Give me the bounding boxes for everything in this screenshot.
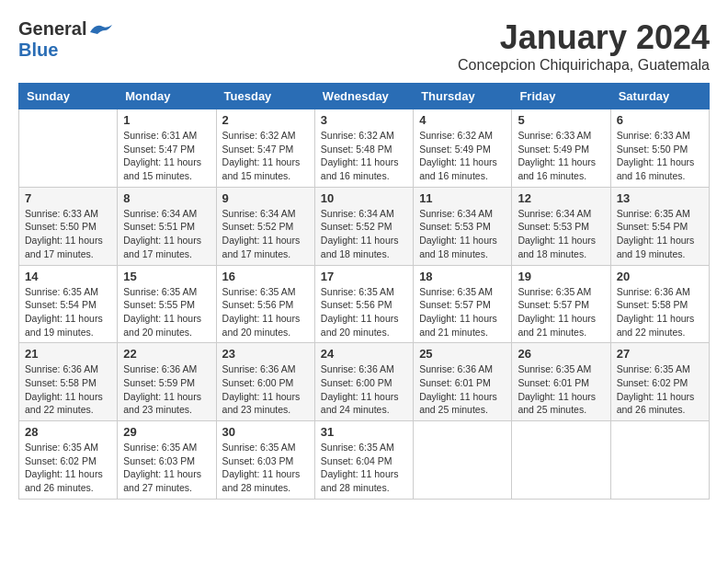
calendar-week-row: 14 Sunrise: 6:35 AM Sunset: 5:54 PM Dayl… (19, 265, 710, 343)
calendar-day-cell: 28 Sunrise: 6:35 AM Sunset: 6:02 PM Dayl… (19, 421, 118, 500)
calendar-day-cell: 7 Sunrise: 6:33 AM Sunset: 5:50 PM Dayli… (19, 187, 118, 265)
day-number: 19 (518, 270, 604, 283)
daylight-text: Daylight: 11 hours and 17 minutes. (123, 235, 201, 259)
day-number: 18 (419, 270, 506, 283)
calendar-day-cell (19, 109, 118, 188)
sunset-text: Sunset: 5:47 PM (222, 144, 294, 155)
calendar-day-cell: 19 Sunrise: 6:35 AM Sunset: 5:57 PM Dayl… (512, 265, 610, 343)
day-number: 14 (25, 270, 111, 283)
day-info: Sunrise: 6:35 AM Sunset: 6:01 PM Dayligh… (518, 362, 604, 417)
calendar-week-row: 21 Sunrise: 6:36 AM Sunset: 5:58 PM Dayl… (19, 343, 710, 421)
sunset-text: Sunset: 6:02 PM (25, 455, 97, 466)
day-info: Sunrise: 6:34 AM Sunset: 5:52 PM Dayligh… (321, 207, 407, 261)
calendar-day-cell: 1 Sunrise: 6:31 AM Sunset: 5:47 PM Dayli… (118, 109, 216, 188)
daylight-text: Daylight: 11 hours and 18 minutes. (419, 235, 497, 259)
daylight-text: Daylight: 11 hours and 20 minutes. (222, 313, 301, 338)
sunrise-text: Sunrise: 6:35 AM (25, 286, 98, 297)
calendar-day-cell (610, 421, 709, 500)
calendar-day-cell: 2 Sunrise: 6:32 AM Sunset: 5:47 PM Dayli… (216, 109, 314, 188)
daylight-text: Daylight: 11 hours and 16 minutes. (419, 156, 497, 181)
sunrise-text: Sunrise: 6:33 AM (617, 130, 690, 141)
sunrise-text: Sunrise: 6:36 AM (222, 363, 296, 374)
sunset-text: Sunset: 6:01 PM (518, 377, 589, 388)
day-number: 12 (518, 191, 604, 205)
sunset-text: Sunset: 5:57 PM (419, 299, 491, 310)
day-info: Sunrise: 6:36 AM Sunset: 5:58 PM Dayligh… (25, 362, 111, 417)
day-number: 6 (617, 113, 703, 127)
daylight-text: Daylight: 11 hours and 22 minutes. (617, 313, 695, 338)
calendar-day-cell: 5 Sunrise: 6:33 AM Sunset: 5:49 PM Dayli… (512, 109, 610, 188)
day-info: Sunrise: 6:35 AM Sunset: 5:55 PM Dayligh… (123, 285, 210, 339)
sunset-text: Sunset: 5:57 PM (518, 299, 589, 310)
sunset-text: Sunset: 5:50 PM (617, 144, 688, 155)
daylight-text: Daylight: 11 hours and 17 minutes. (222, 235, 301, 259)
day-info: Sunrise: 6:36 AM Sunset: 5:58 PM Dayligh… (617, 285, 703, 339)
day-info: Sunrise: 6:34 AM Sunset: 5:52 PM Dayligh… (222, 207, 309, 261)
day-info: Sunrise: 6:36 AM Sunset: 5:59 PM Dayligh… (123, 362, 210, 417)
calendar-day-header: Sunday (19, 84, 118, 109)
calendar-day-header: Monday (118, 84, 216, 109)
day-info: Sunrise: 6:35 AM Sunset: 5:54 PM Dayligh… (25, 285, 111, 339)
daylight-text: Daylight: 11 hours and 26 minutes. (617, 391, 695, 416)
calendar-day-cell: 27 Sunrise: 6:35 AM Sunset: 6:02 PM Dayl… (610, 343, 709, 421)
sunset-text: Sunset: 5:51 PM (123, 221, 195, 232)
sunrise-text: Sunrise: 6:31 AM (123, 130, 197, 141)
sunrise-text: Sunrise: 6:33 AM (25, 208, 98, 219)
day-info: Sunrise: 6:36 AM Sunset: 6:01 PM Dayligh… (419, 362, 506, 417)
calendar-day-cell: 16 Sunrise: 6:35 AM Sunset: 5:56 PM Dayl… (216, 265, 314, 343)
daylight-text: Daylight: 11 hours and 19 minutes. (25, 313, 103, 338)
day-info: Sunrise: 6:35 AM Sunset: 6:02 PM Dayligh… (25, 441, 111, 495)
sunset-text: Sunset: 5:53 PM (518, 221, 589, 232)
daylight-text: Daylight: 11 hours and 27 minutes. (123, 468, 201, 493)
daylight-text: Daylight: 11 hours and 16 minutes. (321, 156, 399, 181)
calendar-day-header: Friday (512, 84, 610, 109)
day-info: Sunrise: 6:35 AM Sunset: 5:57 PM Dayligh… (518, 285, 604, 339)
month-title: January 2024 (458, 18, 710, 57)
sunset-text: Sunset: 6:00 PM (321, 377, 392, 388)
day-info: Sunrise: 6:32 AM Sunset: 5:49 PM Dayligh… (419, 129, 506, 183)
calendar-day-cell: 25 Sunrise: 6:36 AM Sunset: 6:01 PM Dayl… (414, 343, 512, 421)
day-info: Sunrise: 6:34 AM Sunset: 5:53 PM Dayligh… (419, 207, 506, 261)
calendar-day-cell (414, 421, 512, 500)
daylight-text: Daylight: 11 hours and 24 minutes. (321, 391, 399, 416)
sunrise-text: Sunrise: 6:35 AM (222, 286, 296, 297)
day-info: Sunrise: 6:35 AM Sunset: 6:03 PM Dayligh… (123, 441, 210, 495)
sunrise-text: Sunrise: 6:34 AM (419, 208, 493, 219)
calendar-day-header: Thursday (414, 84, 512, 109)
daylight-text: Daylight: 11 hours and 21 minutes. (419, 313, 497, 338)
calendar-week-row: 7 Sunrise: 6:33 AM Sunset: 5:50 PM Dayli… (19, 187, 710, 265)
sunset-text: Sunset: 5:58 PM (25, 377, 97, 388)
sunset-text: Sunset: 5:49 PM (419, 144, 491, 155)
logo-general: General (18, 18, 86, 39)
sunrise-text: Sunrise: 6:32 AM (419, 130, 493, 141)
sunrise-text: Sunrise: 6:36 AM (419, 363, 493, 374)
calendar-week-row: 1 Sunrise: 6:31 AM Sunset: 5:47 PM Dayli… (19, 109, 710, 188)
day-info: Sunrise: 6:35 AM Sunset: 6:04 PM Dayligh… (321, 441, 407, 495)
calendar-day-cell: 6 Sunrise: 6:33 AM Sunset: 5:50 PM Dayli… (610, 109, 709, 188)
calendar-day-cell (512, 421, 610, 500)
sunrise-text: Sunrise: 6:32 AM (222, 130, 296, 141)
day-number: 22 (123, 347, 210, 361)
sunset-text: Sunset: 5:56 PM (321, 299, 392, 310)
daylight-text: Daylight: 11 hours and 21 minutes. (518, 313, 596, 338)
calendar-day-cell: 14 Sunrise: 6:35 AM Sunset: 5:54 PM Dayl… (19, 265, 118, 343)
page-header: General Blue January 2024 Concepcion Chi… (18, 18, 710, 74)
sunset-text: Sunset: 5:55 PM (123, 299, 195, 310)
sunset-text: Sunset: 5:49 PM (518, 144, 589, 155)
sunset-text: Sunset: 5:53 PM (419, 221, 491, 232)
calendar-day-cell: 15 Sunrise: 6:35 AM Sunset: 5:55 PM Dayl… (118, 265, 216, 343)
day-number: 8 (123, 191, 210, 205)
sunset-text: Sunset: 5:56 PM (222, 299, 294, 310)
sunrise-text: Sunrise: 6:34 AM (518, 208, 591, 219)
day-info: Sunrise: 6:33 AM Sunset: 5:49 PM Dayligh… (518, 129, 604, 183)
sunset-text: Sunset: 5:50 PM (25, 221, 97, 232)
day-number: 7 (25, 191, 111, 205)
day-info: Sunrise: 6:31 AM Sunset: 5:47 PM Dayligh… (123, 129, 210, 183)
daylight-text: Daylight: 11 hours and 19 minutes. (617, 235, 695, 259)
sunrise-text: Sunrise: 6:33 AM (518, 130, 591, 141)
calendar-day-cell: 13 Sunrise: 6:35 AM Sunset: 5:54 PM Dayl… (610, 187, 709, 265)
calendar-day-header: Saturday (610, 84, 709, 109)
day-number: 2 (222, 113, 309, 127)
day-number: 24 (321, 347, 407, 361)
day-number: 15 (123, 270, 210, 283)
